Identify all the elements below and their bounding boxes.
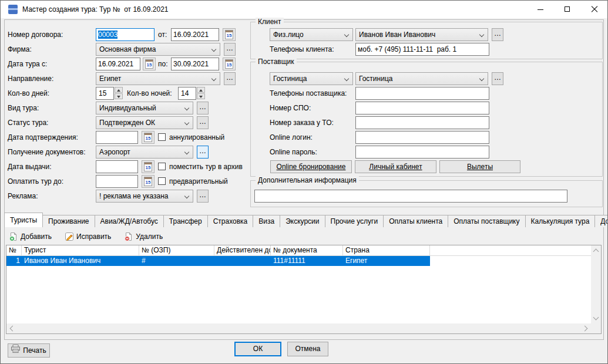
- order-number-input[interactable]: [355, 116, 489, 129]
- tour-date-from-picker-button[interactable]: 15: [143, 58, 156, 70]
- personal-cabinet-button[interactable]: Личный кабинет: [355, 160, 436, 173]
- tour-type-select[interactable]: Индивидуальный: [96, 102, 193, 114]
- issue-date-picker-button[interactable]: 15: [142, 160, 154, 173]
- pay-until-label: Оплатить тур до:: [8, 175, 63, 188]
- client-more-button[interactable]: …: [492, 28, 503, 41]
- client-type-select[interactable]: Физ.лицо: [270, 28, 353, 41]
- edit-icon: [65, 232, 74, 241]
- client-phones-input[interactable]: моб. +7 (495) 111-11-11 раб. 1: [355, 43, 489, 56]
- spo-number-input[interactable]: [355, 102, 489, 114]
- cell-country: Египет: [343, 256, 430, 266]
- col-header-country[interactable]: Страна: [343, 245, 430, 256]
- tab-documents[interactable]: Документы: [594, 215, 608, 227]
- days-value[interactable]: 15: [96, 87, 114, 100]
- firm-value: Основная фирма: [99, 45, 156, 53]
- tab-transfer[interactable]: Трансфер: [163, 215, 208, 227]
- print-button[interactable]: Печать: [8, 343, 50, 358]
- documents-receive-select[interactable]: Аэропорт: [96, 146, 193, 159]
- days-spinner-up-button[interactable]: [115, 87, 123, 93]
- firm-select[interactable]: Основная фирма: [96, 43, 220, 56]
- col-header-valid-until[interactable]: Действителен до: [214, 245, 271, 256]
- advert-select[interactable]: ! реклама не указана: [96, 190, 193, 203]
- tab-supplier-payments[interactable]: Оплаты поставщику: [448, 215, 525, 227]
- tour-date-to-picker-button[interactable]: 15: [223, 58, 236, 70]
- close-button[interactable]: [581, 1, 608, 18]
- col-header-ozp[interactable]: № (ОЗП): [139, 245, 214, 256]
- pay-until-input[interactable]: [96, 175, 138, 188]
- contract-date-input[interactable]: 16.09.2021: [171, 28, 219, 41]
- tab-accommodation[interactable]: Проживание: [42, 215, 95, 227]
- annulled-checkbox-label: аннулированный: [169, 131, 224, 144]
- scroll-up-icon: [593, 249, 599, 255]
- annulled-checkbox[interactable]: [158, 133, 166, 141]
- delete-button[interactable]: Удалить: [122, 230, 165, 244]
- tour-status-more-button[interactable]: …: [197, 116, 209, 129]
- online-login-input[interactable]: [355, 131, 489, 144]
- firm-more-button[interactable]: …: [224, 43, 236, 56]
- tourists-toolbar: Добавить Исправить Удалить: [6, 230, 165, 244]
- documents-receive-label: Получение документов:: [8, 146, 86, 159]
- nights-spinner[interactable]: 14: [178, 87, 205, 100]
- chevron-down-icon: [211, 47, 216, 52]
- preliminary-checkbox[interactable]: [158, 177, 166, 185]
- archive-checkbox[interactable]: [158, 163, 166, 170]
- nights-spinner-up-button[interactable]: [197, 87, 205, 93]
- horizontal-scrollbar[interactable]: [6, 323, 591, 333]
- maximize-icon: [565, 6, 570, 12]
- tour-date-to-input[interactable]: 30.09.2021: [171, 58, 219, 70]
- nights-spinner-down-button[interactable]: [197, 93, 205, 99]
- add-button[interactable]: Добавить: [6, 230, 54, 244]
- days-spinner-down-button[interactable]: [115, 93, 123, 99]
- tab-tour-calculation[interactable]: Калькуляция тура: [525, 215, 596, 227]
- departures-button[interactable]: Вылеты: [439, 160, 520, 173]
- documents-receive-more-button[interactable]: …: [197, 146, 209, 159]
- supplier-phones-input[interactable]: [355, 87, 489, 100]
- tour-status-select[interactable]: Подтвержден ОК: [96, 116, 193, 129]
- tour-type-more-button[interactable]: …: [197, 102, 209, 114]
- tour-date-from-input[interactable]: 16.09.2021: [96, 58, 140, 70]
- tab-transport[interactable]: Авиа/ЖД/Автобус: [95, 215, 164, 227]
- maximize-button[interactable]: [554, 1, 581, 18]
- online-password-input[interactable]: [355, 146, 489, 159]
- contract-date-picker-button[interactable]: 15: [223, 28, 236, 41]
- supplier-type-select[interactable]: Гостиница: [270, 72, 353, 85]
- ok-button[interactable]: ОК: [234, 342, 281, 356]
- contract-number-input[interactable]: 00003: [96, 28, 154, 41]
- days-spinner[interactable]: 15: [96, 87, 123, 100]
- vertical-scrollbar[interactable]: [591, 245, 601, 323]
- tabstrip: Туристы Проживание Авиа/ЖД/Автобус Транс…: [4, 213, 604, 227]
- delete-icon: [124, 232, 133, 241]
- advert-more-button[interactable]: …: [197, 190, 209, 203]
- table-row[interactable]: 1 Иванов Иван Иванович # 111#11111 Египе…: [6, 256, 430, 266]
- scroll-right-icon: [582, 326, 588, 332]
- supplier-more-button[interactable]: …: [492, 72, 503, 85]
- window-title: Мастер создания тура: Тур № от 16.09.202…: [22, 1, 168, 18]
- pay-until-picker-button[interactable]: 15: [142, 175, 154, 188]
- direction-more-button[interactable]: …: [224, 72, 236, 85]
- supplier-name-select[interactable]: Гостиница: [355, 72, 488, 85]
- tab-insurance[interactable]: Страховка: [207, 215, 254, 227]
- col-header-number[interactable]: №: [6, 245, 22, 256]
- tab-client-payments[interactable]: Оплаты клиента: [383, 215, 448, 227]
- extra-info-input[interactable]: [254, 190, 567, 203]
- minimize-button[interactable]: [527, 1, 554, 18]
- col-header-filler: [430, 245, 591, 256]
- tab-visa[interactable]: Виза: [253, 215, 280, 227]
- tab-tourists[interactable]: Туристы: [4, 213, 43, 227]
- issue-date-input[interactable]: [96, 160, 138, 173]
- online-booking-button[interactable]: Online бронирование: [270, 160, 352, 173]
- direction-select[interactable]: Египет: [96, 72, 220, 85]
- edit-button[interactable]: Исправить: [62, 230, 113, 244]
- cell-number: 1: [6, 256, 22, 266]
- col-header-doc-number[interactable]: № документа: [271, 245, 343, 256]
- confirmation-date-input[interactable]: [96, 131, 138, 144]
- confirmation-date-picker-button[interactable]: 15: [142, 131, 154, 144]
- col-header-tourist[interactable]: Турист: [22, 245, 139, 256]
- chevron-down-icon: [184, 106, 189, 110]
- chevron-down-icon: [184, 120, 189, 125]
- tab-other-services[interactable]: Прочие услуги: [325, 215, 384, 227]
- tab-excursions[interactable]: Экскурсии: [280, 215, 325, 227]
- nights-value[interactable]: 14: [178, 87, 196, 100]
- client-name-select[interactable]: Иванов Иван Иванович: [355, 28, 488, 41]
- cancel-button[interactable]: Отмена: [287, 342, 328, 356]
